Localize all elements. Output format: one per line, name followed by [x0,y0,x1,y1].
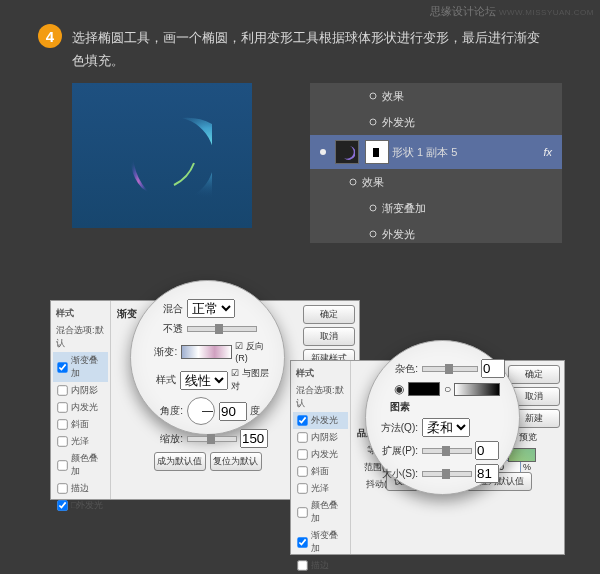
scale-slider[interactable] [187,436,237,442]
sidebar-item[interactable]: 内阴影 [53,382,108,399]
sidebar-title: 样式 [293,365,348,382]
sidebar-item[interactable]: 混合选项:默认 [53,322,108,352]
zoom-outerglow-settings: 杂色: ◉ ○ 图素 方法(Q): 柔和 扩展(P): 大小(S): [365,340,520,495]
method-select[interactable]: 柔和 [422,418,470,437]
spread-input[interactable] [475,441,499,460]
instruction-text: 选择椭圆工具，画一个椭圆，利用变形工具根据球体形状进行变形，最后进行渐变色填充。 [72,26,552,73]
layer-gradientoverlay-row[interactable]: 渐变叠加 [310,195,562,221]
layer-thumb[interactable] [335,140,359,164]
gradient-label: 渐变: [145,345,181,359]
svg-point-5 [350,179,356,185]
sidebar-item[interactable]: 光泽 [53,433,108,450]
sidebar-item[interactable]: 描边 [293,557,348,574]
layer-effect-row[interactable]: 效果 [310,83,562,109]
size-slider[interactable] [422,471,472,477]
spread-label: 扩展(P): [380,444,422,458]
layer-main-row[interactable]: 形状 1 副本 5 fx [310,135,562,169]
effect-label: 效果 [382,89,404,104]
visibility-icon[interactable] [317,148,330,157]
opacity-label: 不透 [145,322,187,336]
ok-button[interactable]: 确定 [508,365,560,384]
layer-name: 形状 1 副本 5 [392,145,457,160]
cancel-button[interactable]: 取消 [303,327,355,346]
svg-point-2 [320,149,326,155]
fx-badge[interactable]: fx [543,146,558,158]
visibility-icon[interactable] [367,230,380,239]
blend-select[interactable]: 正常 [187,299,235,318]
reverse-check[interactable]: ☑ 反向(R) [235,340,270,363]
reset-button[interactable]: 复位为默认 [210,452,262,471]
size-label: 大小(S): [380,467,422,481]
styles-list: 样式 混合选项:默认 外发光 内阴影 内发光 斜面 光泽 颜色叠加 渐变叠加 描… [291,361,351,554]
zoom-gradient-settings: 混合 正常 不透 渐变: ☑ 反向(R) 样式 线性 ☑ 与图层对 角度: 度 … [130,280,285,435]
sidebar-item[interactable]: 描边 [53,480,108,497]
sidebar-item[interactable]: 颜色叠加 [293,497,348,527]
gradient-picker[interactable] [181,345,232,359]
sidebar-item[interactable]: 内发光 [293,446,348,463]
step-badge: 4 [38,24,62,48]
styles-list: 样式 混合选项:默认 渐变叠加 内阴影 内发光 斜面 光泽 颜色叠加 描边 □外… [51,301,111,499]
scale-input[interactable] [240,429,268,448]
size-input[interactable] [475,464,499,483]
crescent-shape [112,103,212,203]
outer-glow-label: 外发光 [382,115,415,130]
scale-label: 缩放: [145,432,187,446]
svg-point-0 [370,93,376,99]
visibility-icon[interactable] [347,178,360,187]
visibility-icon[interactable] [367,204,380,213]
sidebar-item[interactable]: 斜面 [293,463,348,480]
sidebar-item[interactable]: 外发光 [293,412,348,429]
sidebar-item[interactable]: 混合选项:默认 [293,382,348,412]
layers-panel: 效果 外发光 形状 1 副本 5 fx 效果 渐变叠加 外发光 [310,83,562,243]
method-label: 方法(Q): [380,421,422,435]
align-check[interactable]: ☑ 与图层对 [231,367,270,393]
layer-outerglow-row[interactable]: 外发光 [310,109,562,135]
elements-label: 图素 [390,400,505,414]
svg-point-7 [370,231,376,237]
set-default-button[interactable]: 成为默认值 [154,452,206,471]
sidebar-item[interactable]: 光泽 [293,480,348,497]
noise-label: 杂色: [380,362,422,376]
angle-label: 角度: [145,404,187,418]
layer-mask-thumb[interactable] [365,140,389,164]
sidebar-item[interactable]: □外发光 [53,497,108,514]
noise-input[interactable] [481,359,505,378]
visibility-icon[interactable] [367,118,380,127]
style-select[interactable]: 线性 [180,371,228,390]
svg-rect-4 [373,148,379,157]
svg-point-1 [370,119,376,125]
layer-outerglow-row2[interactable]: 外发光 [310,221,562,243]
sidebar-title: 样式 [53,305,108,322]
artwork-preview [72,83,252,228]
blend-label: 混合 [145,302,187,316]
svg-point-6 [370,205,376,211]
sidebar-item[interactable]: 内阴影 [293,429,348,446]
sidebar-item[interactable]: 内发光 [53,399,108,416]
angle-input[interactable] [219,402,247,421]
visibility-icon[interactable] [367,92,380,101]
angle-dial[interactable] [187,397,215,425]
style-label: 样式 [145,373,180,387]
ok-button[interactable]: 确定 [303,305,355,324]
sidebar-item[interactable]: 渐变叠加 [53,352,108,382]
noise-slider[interactable] [422,366,478,372]
layer-effect-row2[interactable]: 效果 [310,169,562,195]
opacity-slider[interactable] [187,326,257,332]
sidebar-item[interactable]: 颜色叠加 [53,450,108,480]
glow-gradient[interactable] [454,383,500,396]
sidebar-item[interactable]: 渐变叠加 [293,527,348,557]
watermark: 思缘设计论坛 WWW.MISSYUAN.COM [430,4,594,19]
spread-slider[interactable] [422,448,472,454]
sidebar-item[interactable]: 斜面 [53,416,108,433]
glow-color[interactable] [408,382,440,396]
